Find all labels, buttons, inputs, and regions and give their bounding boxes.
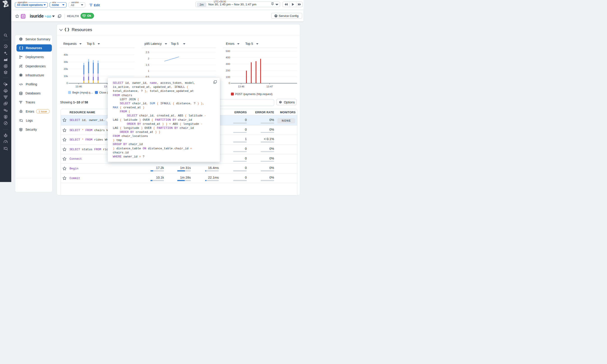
svg-text:0: 0 <box>66 82 68 84</box>
svg-text:30k: 30k <box>64 61 68 63</box>
svg-text:400: 400 <box>226 56 230 59</box>
svg-text:GO: GO <box>47 15 51 18</box>
svg-text:13:46: 13:46 <box>75 85 82 88</box>
svg-text:2.5: 2.5 <box>146 51 149 54</box>
svg-text:1: 1 <box>148 70 149 72</box>
svg-text:500: 500 <box>226 50 230 52</box>
svg-text:100: 100 <box>226 76 230 78</box>
svg-text:200: 200 <box>226 69 230 72</box>
svg-text:2: 2 <box>148 57 149 60</box>
svg-text:40k: 40k <box>64 53 68 56</box>
svg-text:0: 0 <box>229 82 230 84</box>
svg-text:13:47: 13:47 <box>266 85 273 88</box>
svg-text:1.5: 1.5 <box>146 64 149 66</box>
svg-text:13:46: 13:46 <box>238 85 244 88</box>
svg-text:300: 300 <box>226 63 230 65</box>
svg-text:20k: 20k <box>64 67 68 70</box>
svg-text:10k: 10k <box>64 75 68 78</box>
